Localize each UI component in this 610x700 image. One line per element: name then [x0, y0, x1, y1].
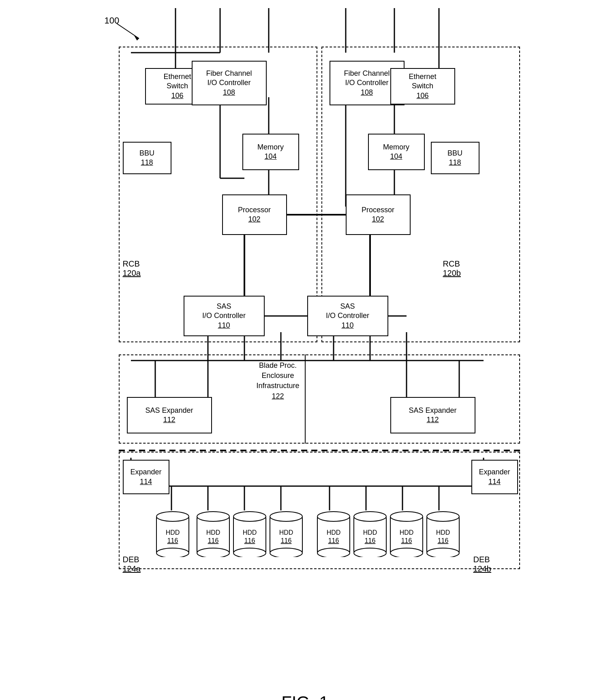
hdd-5: HDD 116 — [315, 510, 352, 557]
deb-left-label: DEB 124a — [123, 555, 141, 574]
processor-left: Processor 102 — [222, 194, 287, 235]
memory-right-ref: 104 — [390, 152, 402, 161]
hdd-6: HDD 116 — [352, 510, 388, 557]
expander-left: Expander 114 — [123, 460, 169, 494]
svg-point-83 — [390, 512, 423, 521]
hdd-2: HDD 116 — [195, 510, 231, 557]
sas-expander-left: SAS Expander 112 — [127, 397, 212, 433]
bbu-left: BBU 118 — [123, 142, 171, 174]
svg-point-89 — [427, 548, 459, 557]
sas-expander-right: SAS Expander 112 — [390, 397, 475, 433]
svg-line-47 — [117, 23, 139, 38]
sas-io-left: SASI/O Controller 110 — [184, 296, 265, 336]
svg-marker-48 — [134, 36, 139, 41]
expander-right: Expander 114 — [471, 460, 518, 494]
ref-100-label: 100 — [105, 15, 120, 26]
svg-point-68 — [270, 512, 302, 521]
svg-point-84 — [390, 548, 423, 557]
bbu-right-ref: 118 — [449, 158, 461, 167]
svg-point-69 — [270, 548, 302, 557]
svg-point-88 — [427, 512, 459, 521]
svg-point-73 — [317, 512, 350, 521]
svg-point-78 — [354, 512, 386, 521]
hdd-8: HDD 116 — [425, 510, 461, 557]
bbu-left-ref: 118 — [141, 158, 153, 167]
hdd-7: HDD 116 — [388, 510, 425, 557]
fiber-channel-left-ref: 108 — [223, 88, 235, 97]
svg-point-63 — [233, 512, 266, 521]
blade-divider — [305, 354, 306, 444]
svg-point-64 — [233, 548, 266, 557]
svg-text:HDD: HDD — [242, 529, 257, 536]
fiber-channel-left: Fiber ChannelI/O Controller 108 — [192, 61, 267, 105]
memory-right: Memory 104 — [368, 134, 425, 170]
svg-text:116: 116 — [244, 537, 255, 544]
svg-text:HDD: HDD — [326, 529, 340, 536]
svg-text:HDD: HDD — [165, 529, 180, 536]
expander-left-ref: 114 — [140, 477, 152, 487]
svg-point-53 — [156, 512, 189, 521]
svg-point-74 — [317, 548, 350, 557]
svg-text:116: 116 — [401, 537, 412, 544]
sas-io-left-ref: 110 — [218, 321, 230, 330]
expander-right-ref: 114 — [488, 477, 501, 487]
hdd-1: HDD 116 — [154, 510, 191, 557]
sas-expander-right-ref: 112 — [426, 415, 439, 425]
figure-label: FIG. 1 — [281, 693, 329, 700]
svg-point-54 — [156, 548, 189, 557]
ethernet-switch-right: EthernetSwitch 106 — [390, 68, 455, 105]
blade-proc-label: Blade Proc. Enclosure Infrastructure 122 — [257, 361, 300, 401]
hdd-3: HDD 116 — [231, 510, 268, 557]
rcb-left-label: RCB 120a — [123, 259, 141, 278]
sas-expander-left-ref: 112 — [163, 415, 175, 425]
memory-left-ref: 104 — [264, 152, 276, 161]
svg-text:116: 116 — [437, 537, 448, 544]
svg-text:HDD: HDD — [399, 529, 413, 536]
svg-text:116: 116 — [328, 537, 339, 544]
svg-point-58 — [197, 512, 229, 521]
svg-text:HDD: HDD — [206, 529, 220, 536]
svg-point-79 — [354, 548, 386, 557]
processor-left-ref: 102 — [248, 215, 260, 224]
rcb-right-label: RCB 120b — [443, 259, 461, 278]
svg-text:HDD: HDD — [436, 529, 450, 536]
svg-point-59 — [197, 548, 229, 557]
ethernet-switch-right-ref: 106 — [416, 91, 428, 100]
processor-right-ref: 102 — [372, 215, 384, 224]
svg-text:116: 116 — [208, 537, 218, 544]
sas-io-right: SASI/O Controller 110 — [307, 296, 388, 336]
deb-right-label: DEB 124b — [473, 555, 492, 574]
dashed-divider — [119, 450, 520, 451]
svg-text:HDD: HDD — [363, 529, 377, 536]
bbu-right: BBU 118 — [431, 142, 479, 174]
ethernet-switch-left-ref: 106 — [171, 91, 183, 100]
svg-text:HDD: HDD — [279, 529, 293, 536]
svg-text:116: 116 — [280, 537, 291, 544]
svg-text:116: 116 — [167, 537, 178, 544]
processor-right: Processor 102 — [346, 194, 411, 235]
memory-left: Memory 104 — [242, 134, 299, 170]
svg-text:116: 116 — [364, 537, 375, 544]
ref-100-number: 100 — [105, 15, 120, 26]
fiber-channel-right-ref: 108 — [361, 88, 373, 97]
hdd-4: HDD 116 — [268, 510, 304, 557]
sas-io-right-ref: 110 — [341, 321, 353, 330]
